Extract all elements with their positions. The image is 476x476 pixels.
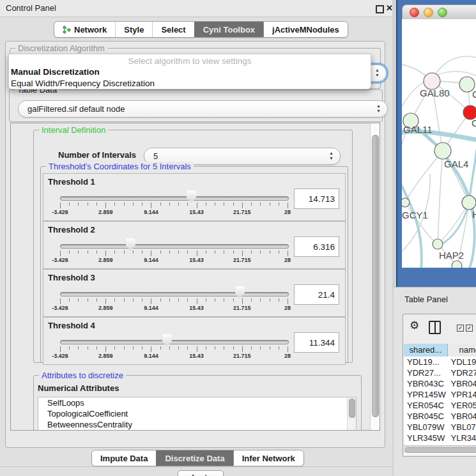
split-columns-icon[interactable] bbox=[429, 321, 441, 334]
threshold-slider-thumb[interactable] bbox=[235, 286, 245, 298]
column-header-name[interactable]: name bbox=[448, 344, 476, 357]
tick-mark bbox=[178, 203, 179, 206]
tick-label: 9.144 bbox=[144, 305, 158, 311]
tick-mark bbox=[69, 250, 70, 254]
tick-mark bbox=[151, 250, 151, 256]
table-row[interactable]: YER054CYER054C bbox=[404, 400, 476, 411]
threshold-slider-track[interactable] bbox=[60, 244, 289, 249]
tick-label: 15.43 bbox=[189, 305, 204, 311]
tab-infer-network[interactable]: Infer Network bbox=[233, 450, 303, 466]
table-row[interactable]: YPR145WYPR145W bbox=[404, 389, 476, 400]
table-data-combobox[interactable]: galFiltered.sif default node ▲▼ bbox=[18, 100, 388, 118]
network-edge-highlighted[interactable] bbox=[468, 217, 475, 268]
column-header-shared-name[interactable]: shared... bbox=[404, 344, 448, 357]
network-node[interactable] bbox=[452, 261, 462, 268]
tick-mark bbox=[114, 203, 115, 206]
network-graph: GAL80GCGAL11GAL4GCY1HHAP2 bbox=[402, 19, 476, 268]
table-row[interactable]: YBR043CYBR043C bbox=[404, 378, 476, 389]
attributes-title: Attributes to discretize bbox=[39, 371, 126, 380]
tick-mark bbox=[142, 203, 142, 206]
minimize-traffic-light-icon[interactable] bbox=[424, 8, 433, 17]
threshold-slider-track[interactable] bbox=[60, 196, 289, 201]
settings-scrollbar-thumb[interactable] bbox=[372, 135, 379, 417]
network-edge-highlighted[interactable] bbox=[469, 150, 476, 203]
table-row[interactable]: YDR27...YDR27... bbox=[404, 367, 476, 378]
attribute-list-item[interactable]: TopologicalCoefficient bbox=[38, 408, 356, 419]
threshold-value-field[interactable]: 21.4 bbox=[294, 284, 339, 305]
network-node[interactable] bbox=[462, 196, 476, 210]
table-panel-title: Table Panel bbox=[404, 295, 448, 304]
tick-mark bbox=[197, 346, 197, 352]
gear-icon[interactable]: ⚙ bbox=[410, 319, 419, 332]
settings-vertical-scrollbar[interactable] bbox=[370, 123, 380, 430]
table-data-group: Table Data galFiltered.sif default node … bbox=[9, 89, 383, 122]
threshold-value-field[interactable]: 14.713 bbox=[294, 188, 339, 209]
tick-mark bbox=[279, 250, 279, 254]
select-all-checkbox-icon[interactable]: ✓ bbox=[457, 325, 464, 332]
table-row[interactable]: YDL19...YDL19... bbox=[404, 357, 476, 367]
table-row[interactable]: YLR345WYLR345W bbox=[404, 433, 476, 443]
threshold-slider-track[interactable] bbox=[60, 292, 289, 296]
tab-style[interactable]: Style bbox=[115, 22, 152, 37]
network-edge-highlighted[interactable] bbox=[402, 179, 422, 268]
tick-mark bbox=[78, 250, 79, 254]
tick-mark bbox=[96, 298, 97, 302]
attribute-list-item[interactable]: SelfLoops bbox=[38, 397, 356, 408]
cell-shared-name: YLR345W bbox=[404, 433, 448, 443]
threshold-value-field[interactable]: 11.344 bbox=[294, 332, 339, 353]
network-canvas[interactable]: GAL80GCGAL11GAL4GCY1HHAP2 bbox=[402, 19, 476, 268]
close-traffic-light-icon[interactable] bbox=[410, 8, 419, 17]
table-row[interactable]: YBL079WYBL079W bbox=[404, 422, 476, 433]
tick-mark bbox=[270, 250, 270, 254]
numerical-attributes-list[interactable]: SelfLoopsTopologicalCoefficientBetweenne… bbox=[38, 397, 357, 431]
threshold-slider-thumb[interactable] bbox=[126, 238, 135, 250]
network-node[interactable] bbox=[433, 239, 443, 249]
attributes-scrollbar-thumb[interactable] bbox=[349, 399, 355, 418]
threshold-slider-track[interactable] bbox=[60, 340, 289, 344]
tab-impute-data[interactable]: Impute Data bbox=[92, 450, 156, 466]
dropdown-item[interactable]: Manual Discretization bbox=[9, 66, 371, 78]
apply-button[interactable]: Apply bbox=[178, 470, 224, 476]
network-edge[interactable] bbox=[405, 151, 443, 203]
tick-mark bbox=[88, 298, 88, 302]
attribute-list-item[interactable]: BetweennessCentrality bbox=[38, 419, 356, 430]
tick-mark bbox=[260, 346, 261, 349]
table-hscrollbar-thumb[interactable] bbox=[405, 447, 476, 453]
table-horizontal-scrollbar[interactable] bbox=[404, 445, 476, 453]
threshold-label: Threshold 2 bbox=[48, 225, 95, 234]
network-edge[interactable] bbox=[438, 203, 469, 244]
tick-mark bbox=[78, 346, 79, 349]
tick-mark bbox=[187, 203, 188, 206]
tab-discretize-data[interactable]: Discretize Data bbox=[156, 450, 233, 466]
threshold-value-field[interactable]: 6.316 bbox=[294, 236, 339, 257]
table-row[interactable]: YBR045CYBR045C bbox=[404, 411, 476, 422]
attributes-scrollbar[interactable] bbox=[347, 397, 356, 431]
tick-mark bbox=[160, 346, 161, 349]
network-window-titlebar[interactable] bbox=[402, 4, 476, 20]
tab-select[interactable]: Select bbox=[152, 22, 194, 37]
tick-mark bbox=[169, 298, 170, 302]
tick-mark bbox=[88, 250, 88, 254]
threshold-slider-thumb[interactable] bbox=[162, 334, 172, 346]
tab-network[interactable]: Network bbox=[54, 22, 115, 37]
float-panel-icon[interactable] bbox=[376, 5, 384, 13]
tick-mark bbox=[215, 250, 215, 254]
threshold-coordinates-group: Threshold's Coordinates for 5 Intervals … bbox=[40, 166, 348, 363]
cyni-toolbox-panel: Discretization Algorithm ▲▼ Select algor… bbox=[5, 41, 385, 448]
tick-mark bbox=[224, 250, 224, 254]
threshold-slider-thumb[interactable] bbox=[187, 190, 196, 203]
network-node[interactable] bbox=[434, 142, 451, 159]
tab-cyni-toolbox[interactable]: Cyni Toolbox bbox=[194, 22, 263, 37]
select-none-checkbox-icon[interactable]: ✓ bbox=[466, 325, 473, 332]
tick-mark bbox=[124, 203, 125, 206]
network-edge[interactable] bbox=[438, 151, 443, 244]
tab-jactivemnodules[interactable]: jActiveMNodules bbox=[263, 22, 348, 37]
tick-mark bbox=[206, 298, 206, 302]
tick-mark bbox=[224, 346, 224, 349]
tick-mark bbox=[105, 346, 106, 352]
dropdown-item[interactable]: Equal Width/Frequency Discretization bbox=[9, 78, 371, 89]
network-node[interactable] bbox=[402, 198, 410, 207]
network-graph-icon bbox=[63, 26, 71, 34]
tick-label: 9.144 bbox=[144, 353, 158, 359]
zoom-traffic-light-icon[interactable] bbox=[438, 8, 447, 17]
